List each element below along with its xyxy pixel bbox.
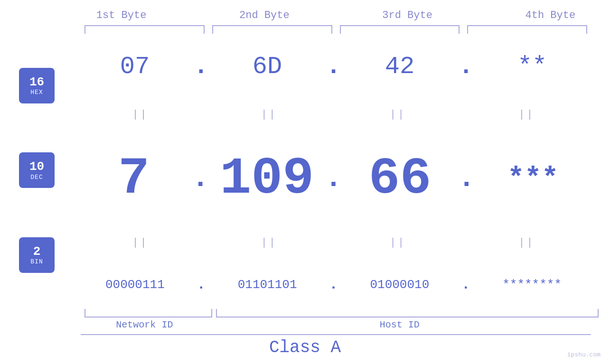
hex-byte4-cell: ** (473, 53, 591, 81)
hex-badge-number: 16 (29, 75, 44, 89)
eq1-sym1: || (132, 109, 148, 121)
bin-byte4-cell: ******** (473, 278, 591, 292)
host-id-label: Host ID (208, 319, 591, 330)
eq2-sym3: || (390, 237, 406, 249)
dec-byte4-cell: *** (475, 162, 591, 195)
bin-byte3-cell: 01000010 (341, 278, 459, 292)
dec-badge: 10 DEC (19, 152, 55, 188)
hex-byte2-cell: 6D (208, 53, 326, 81)
bin-badge-number: 2 (33, 245, 41, 259)
bin-byte1-value: 00000111 (105, 278, 165, 292)
bracket-byte3 (340, 25, 460, 34)
eq2-cell2: || (205, 237, 333, 249)
eq1-cell4: || (462, 109, 591, 121)
hex-badge-label: HEX (30, 89, 43, 96)
eq2-sym1: || (132, 237, 148, 249)
bracket-byte4 (467, 25, 587, 34)
content-area: 16 HEX 10 DEC 2 BIN 07 . 6D (19, 38, 591, 307)
bin-byte2-cell: 01101101 (208, 278, 327, 292)
hex-badge: 16 HEX (19, 68, 55, 103)
class-label: Class A (269, 338, 341, 357)
hex-dot1: . (194, 53, 208, 81)
hex-dot2: . (326, 53, 341, 81)
dec-row: 7 . 109 . 66 . *** (76, 149, 591, 208)
bin-row: 00000111 . 01101101 . 01000010 . *******… (76, 277, 591, 293)
top-bracket-row (81, 25, 591, 34)
bottom-section: Network ID Host ID (81, 309, 591, 330)
host-bracket (216, 309, 599, 317)
bin-byte3-value: 01000010 (370, 278, 429, 292)
equals-row-1: || || || || (76, 109, 591, 121)
dec-dot1: . (192, 162, 209, 195)
hex-byte1-value: 07 (120, 53, 150, 81)
hex-byte2-value: 6D (253, 53, 282, 81)
header-row: 1st Byte 2nd Byte 3rd Byte 4th Byte (50, 9, 610, 25)
bin-byte1-cell: 00000111 (76, 278, 194, 292)
eq2-cell4: || (462, 237, 591, 249)
byte4-header: 4th Byte (479, 9, 610, 25)
eq2-sym4: || (518, 237, 535, 249)
dec-badge-label: DEC (30, 174, 43, 181)
dec-byte4-value: *** (507, 162, 559, 195)
dec-dot2: . (325, 162, 342, 195)
bin-dot2: . (327, 277, 341, 293)
bin-dot1: . (194, 277, 208, 293)
network-bracket (84, 309, 212, 317)
class-section: Class A (19, 334, 591, 359)
bracket-byte2 (212, 25, 332, 34)
class-bracket-line (81, 334, 591, 335)
bin-byte2-value: 01101101 (238, 278, 297, 292)
bin-badge-label: BIN (30, 258, 43, 265)
bottom-bracket-row (81, 309, 591, 317)
data-columns: 07 . 6D . 42 . ** || (76, 38, 591, 307)
dec-byte2-value: 109 (220, 149, 314, 208)
byte2-header: 2nd Byte (193, 9, 336, 25)
eq1-cell3: || (334, 109, 462, 121)
bracket-byte1 (84, 25, 205, 34)
main-container: 1st Byte 2nd Byte 3rd Byte 4th Byte 16 H… (0, 0, 610, 364)
badges-column: 16 HEX 10 DEC 2 BIN (19, 38, 76, 307)
byte1-header: 1st Byte (50, 9, 193, 25)
hex-byte1-cell: 07 (76, 53, 194, 81)
dec-byte3-cell: 66 (342, 149, 458, 208)
eq1-sym4: || (518, 109, 535, 121)
hex-byte4-value: ** (517, 53, 547, 81)
equals-row-2: || || || || (76, 237, 591, 249)
hex-byte3-value: 42 (385, 53, 414, 81)
byte3-header: 3rd Byte (336, 9, 479, 25)
hex-dot3: . (459, 53, 473, 81)
eq2-sym2: || (261, 237, 277, 249)
eq2-cell3: || (334, 237, 462, 249)
id-labels-row: Network ID Host ID (81, 319, 591, 330)
dec-badge-number: 10 (29, 160, 44, 174)
bin-badge: 2 BIN (19, 237, 55, 273)
eq1-sym3: || (390, 109, 406, 121)
bin-byte4-value: ******** (502, 278, 562, 292)
eq2-cell1: || (76, 237, 205, 249)
dec-byte1-cell: 7 (76, 149, 192, 208)
dec-byte3-value: 66 (369, 149, 432, 208)
eq1-cell1: || (76, 109, 205, 121)
eq1-cell2: || (205, 109, 333, 121)
eq1-sym2: || (261, 109, 277, 121)
class-label-row: Class A (19, 338, 591, 357)
hex-row: 07 . 6D . 42 . ** (76, 53, 591, 81)
dec-byte2-cell: 109 (209, 149, 325, 208)
network-id-label: Network ID (81, 319, 208, 330)
hex-byte3-cell: 42 (341, 53, 459, 81)
watermark: ipshu.com (567, 351, 601, 358)
bin-dot3: . (459, 277, 473, 293)
dec-byte1-value: 7 (118, 149, 150, 208)
dec-dot3: . (458, 162, 475, 195)
